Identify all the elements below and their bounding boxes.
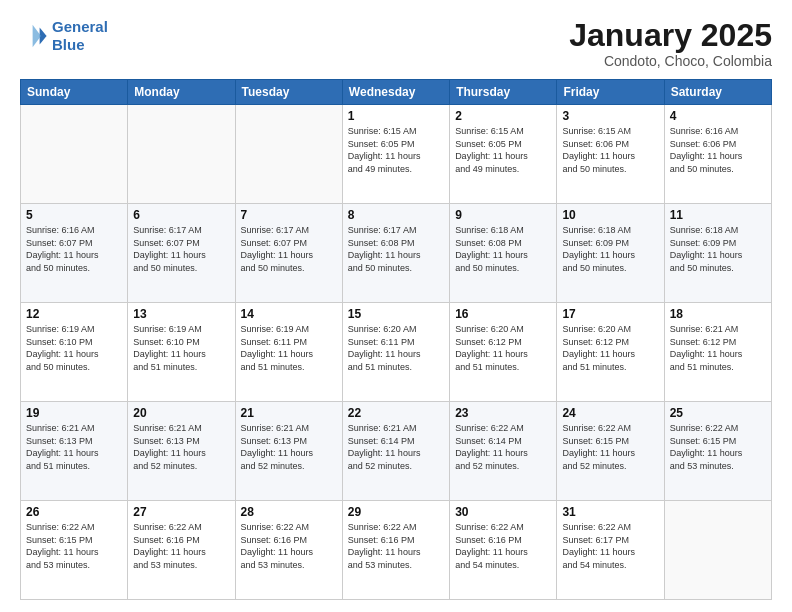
day-info: Sunrise: 6:20 AM Sunset: 6:11 PM Dayligh… (348, 323, 444, 373)
calendar-cell: 8Sunrise: 6:17 AM Sunset: 6:08 PM Daylig… (342, 204, 449, 303)
day-number: 27 (133, 505, 229, 519)
day-number: 25 (670, 406, 766, 420)
calendar-cell: 31Sunrise: 6:22 AM Sunset: 6:17 PM Dayli… (557, 501, 664, 600)
logo-line2: Blue (52, 36, 85, 53)
day-info: Sunrise: 6:21 AM Sunset: 6:14 PM Dayligh… (348, 422, 444, 472)
day-info: Sunrise: 6:15 AM Sunset: 6:05 PM Dayligh… (455, 125, 551, 175)
calendar-cell: 19Sunrise: 6:21 AM Sunset: 6:13 PM Dayli… (21, 402, 128, 501)
col-monday: Monday (128, 80, 235, 105)
calendar-week-4: 19Sunrise: 6:21 AM Sunset: 6:13 PM Dayli… (21, 402, 772, 501)
col-wednesday: Wednesday (342, 80, 449, 105)
day-info: Sunrise: 6:17 AM Sunset: 6:07 PM Dayligh… (241, 224, 337, 274)
col-friday: Friday (557, 80, 664, 105)
day-number: 17 (562, 307, 658, 321)
day-number: 13 (133, 307, 229, 321)
calendar-cell: 4Sunrise: 6:16 AM Sunset: 6:06 PM Daylig… (664, 105, 771, 204)
day-number: 7 (241, 208, 337, 222)
day-number: 28 (241, 505, 337, 519)
day-number: 9 (455, 208, 551, 222)
col-tuesday: Tuesday (235, 80, 342, 105)
day-info: Sunrise: 6:22 AM Sunset: 6:14 PM Dayligh… (455, 422, 551, 472)
day-info: Sunrise: 6:19 AM Sunset: 6:10 PM Dayligh… (133, 323, 229, 373)
calendar-cell: 10Sunrise: 6:18 AM Sunset: 6:09 PM Dayli… (557, 204, 664, 303)
day-info: Sunrise: 6:15 AM Sunset: 6:05 PM Dayligh… (348, 125, 444, 175)
calendar-cell: 6Sunrise: 6:17 AM Sunset: 6:07 PM Daylig… (128, 204, 235, 303)
day-info: Sunrise: 6:16 AM Sunset: 6:07 PM Dayligh… (26, 224, 122, 274)
calendar-cell: 5Sunrise: 6:16 AM Sunset: 6:07 PM Daylig… (21, 204, 128, 303)
calendar-body: 1Sunrise: 6:15 AM Sunset: 6:05 PM Daylig… (21, 105, 772, 600)
logo: General Blue (20, 18, 108, 54)
day-number: 30 (455, 505, 551, 519)
day-number: 29 (348, 505, 444, 519)
day-number: 1 (348, 109, 444, 123)
calendar-cell: 14Sunrise: 6:19 AM Sunset: 6:11 PM Dayli… (235, 303, 342, 402)
day-info: Sunrise: 6:21 AM Sunset: 6:13 PM Dayligh… (241, 422, 337, 472)
day-info: Sunrise: 6:21 AM Sunset: 6:13 PM Dayligh… (26, 422, 122, 472)
calendar-cell (128, 105, 235, 204)
calendar-cell: 29Sunrise: 6:22 AM Sunset: 6:16 PM Dayli… (342, 501, 449, 600)
calendar-week-1: 1Sunrise: 6:15 AM Sunset: 6:05 PM Daylig… (21, 105, 772, 204)
day-info: Sunrise: 6:15 AM Sunset: 6:06 PM Dayligh… (562, 125, 658, 175)
calendar-cell: 9Sunrise: 6:18 AM Sunset: 6:08 PM Daylig… (450, 204, 557, 303)
calendar-cell: 28Sunrise: 6:22 AM Sunset: 6:16 PM Dayli… (235, 501, 342, 600)
calendar-cell: 25Sunrise: 6:22 AM Sunset: 6:15 PM Dayli… (664, 402, 771, 501)
calendar-cell: 12Sunrise: 6:19 AM Sunset: 6:10 PM Dayli… (21, 303, 128, 402)
calendar-cell: 30Sunrise: 6:22 AM Sunset: 6:16 PM Dayli… (450, 501, 557, 600)
day-number: 23 (455, 406, 551, 420)
day-number: 5 (26, 208, 122, 222)
calendar-cell: 26Sunrise: 6:22 AM Sunset: 6:15 PM Dayli… (21, 501, 128, 600)
day-number: 6 (133, 208, 229, 222)
day-info: Sunrise: 6:22 AM Sunset: 6:16 PM Dayligh… (455, 521, 551, 571)
day-number: 3 (562, 109, 658, 123)
day-info: Sunrise: 6:20 AM Sunset: 6:12 PM Dayligh… (562, 323, 658, 373)
day-number: 22 (348, 406, 444, 420)
day-info: Sunrise: 6:17 AM Sunset: 6:08 PM Dayligh… (348, 224, 444, 274)
calendar-cell: 21Sunrise: 6:21 AM Sunset: 6:13 PM Dayli… (235, 402, 342, 501)
day-number: 4 (670, 109, 766, 123)
calendar-cell: 20Sunrise: 6:21 AM Sunset: 6:13 PM Dayli… (128, 402, 235, 501)
calendar-week-3: 12Sunrise: 6:19 AM Sunset: 6:10 PM Dayli… (21, 303, 772, 402)
day-info: Sunrise: 6:22 AM Sunset: 6:16 PM Dayligh… (133, 521, 229, 571)
day-number: 24 (562, 406, 658, 420)
day-info: Sunrise: 6:21 AM Sunset: 6:13 PM Dayligh… (133, 422, 229, 472)
logo-icon (20, 22, 48, 50)
logo-text: General Blue (52, 18, 108, 54)
day-info: Sunrise: 6:22 AM Sunset: 6:17 PM Dayligh… (562, 521, 658, 571)
day-number: 16 (455, 307, 551, 321)
calendar-cell: 22Sunrise: 6:21 AM Sunset: 6:14 PM Dayli… (342, 402, 449, 501)
calendar-cell (21, 105, 128, 204)
logo-line1: General (52, 18, 108, 35)
calendar-header: Sunday Monday Tuesday Wednesday Thursday… (21, 80, 772, 105)
day-number: 10 (562, 208, 658, 222)
day-info: Sunrise: 6:19 AM Sunset: 6:11 PM Dayligh… (241, 323, 337, 373)
day-info: Sunrise: 6:18 AM Sunset: 6:08 PM Dayligh… (455, 224, 551, 274)
calendar-cell: 16Sunrise: 6:20 AM Sunset: 6:12 PM Dayli… (450, 303, 557, 402)
calendar-table: Sunday Monday Tuesday Wednesday Thursday… (20, 79, 772, 600)
calendar-cell (235, 105, 342, 204)
day-info: Sunrise: 6:18 AM Sunset: 6:09 PM Dayligh… (562, 224, 658, 274)
calendar-cell: 15Sunrise: 6:20 AM Sunset: 6:11 PM Dayli… (342, 303, 449, 402)
calendar-cell: 24Sunrise: 6:22 AM Sunset: 6:15 PM Dayli… (557, 402, 664, 501)
day-info: Sunrise: 6:22 AM Sunset: 6:16 PM Dayligh… (241, 521, 337, 571)
day-number: 31 (562, 505, 658, 519)
calendar-week-5: 26Sunrise: 6:22 AM Sunset: 6:15 PM Dayli… (21, 501, 772, 600)
calendar-cell: 18Sunrise: 6:21 AM Sunset: 6:12 PM Dayli… (664, 303, 771, 402)
day-number: 11 (670, 208, 766, 222)
subtitle: Condoto, Choco, Colombia (569, 53, 772, 69)
calendar-cell: 13Sunrise: 6:19 AM Sunset: 6:10 PM Dayli… (128, 303, 235, 402)
day-info: Sunrise: 6:22 AM Sunset: 6:15 PM Dayligh… (562, 422, 658, 472)
day-info: Sunrise: 6:17 AM Sunset: 6:07 PM Dayligh… (133, 224, 229, 274)
main-title: January 2025 (569, 18, 772, 53)
day-number: 8 (348, 208, 444, 222)
day-info: Sunrise: 6:22 AM Sunset: 6:15 PM Dayligh… (26, 521, 122, 571)
day-info: Sunrise: 6:19 AM Sunset: 6:10 PM Dayligh… (26, 323, 122, 373)
calendar-cell: 1Sunrise: 6:15 AM Sunset: 6:05 PM Daylig… (342, 105, 449, 204)
calendar-cell: 11Sunrise: 6:18 AM Sunset: 6:09 PM Dayli… (664, 204, 771, 303)
day-number: 19 (26, 406, 122, 420)
calendar-cell: 17Sunrise: 6:20 AM Sunset: 6:12 PM Dayli… (557, 303, 664, 402)
title-block: January 2025 Condoto, Choco, Colombia (569, 18, 772, 69)
day-info: Sunrise: 6:22 AM Sunset: 6:15 PM Dayligh… (670, 422, 766, 472)
calendar-cell: 2Sunrise: 6:15 AM Sunset: 6:05 PM Daylig… (450, 105, 557, 204)
day-number: 12 (26, 307, 122, 321)
col-thursday: Thursday (450, 80, 557, 105)
